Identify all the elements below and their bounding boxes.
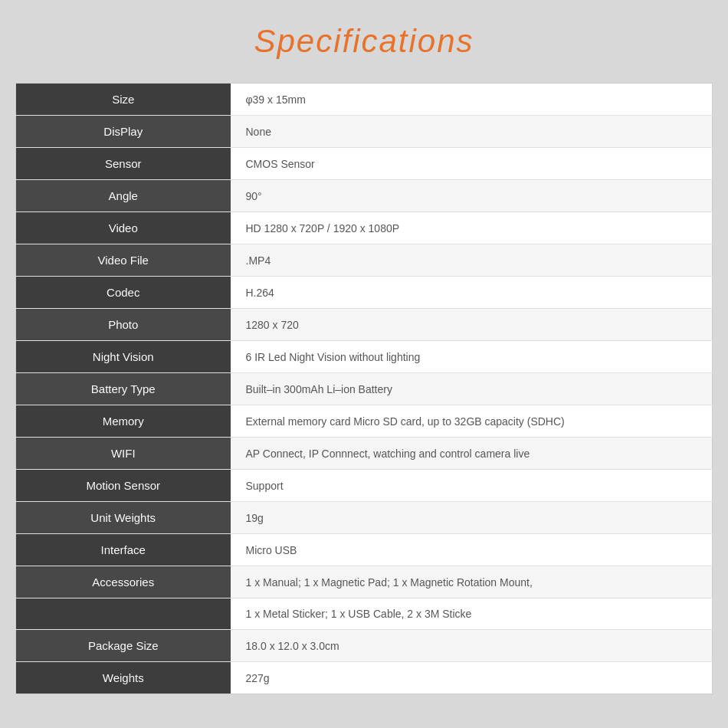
spec-value: H.264 [231, 277, 713, 309]
spec-label: Video File [16, 244, 231, 277]
page-title: Specifications [254, 23, 474, 60]
spec-value: Micro USB [231, 534, 713, 566]
spec-value: Support [231, 470, 713, 502]
spec-label: Memory [16, 405, 231, 438]
spec-label: Night Vision [16, 341, 231, 373]
table-row: Sizeφ39 x 15mm [16, 84, 713, 116]
table-row: SensorCMOS Sensor [16, 148, 713, 180]
spec-label-empty [16, 598, 231, 630]
table-row: Accessories1 x Manual; 1 x Magnetic Pad;… [16, 566, 713, 598]
table-row: DisPlayNone [16, 116, 713, 148]
table-row: Battery TypeBuilt–in 300mAh Li–ion Batte… [16, 373, 713, 405]
table-row: CodecH.264 [16, 277, 713, 309]
table-row: Motion SensorSupport [16, 470, 713, 502]
spec-label: Accessories [16, 566, 231, 598]
spec-value: 1280 x 720 [231, 309, 713, 341]
spec-label: Size [16, 84, 231, 116]
spec-label: Motion Sensor [16, 470, 231, 502]
table-row: WIFIAP Connect, IP Connnect, watching an… [16, 438, 713, 470]
spec-label: DisPlay [16, 116, 231, 148]
table-row: Package Size18.0 x 12.0 x 3.0cm [16, 630, 713, 662]
table-row: Video File.MP4 [16, 244, 713, 277]
spec-value: 1 x Metal Sticker; 1 x USB Cable, 2 x 3M… [231, 598, 713, 630]
spec-label: Package Size [16, 630, 231, 662]
specifications-table: Sizeφ39 x 15mmDisPlayNoneSensorCMOS Sens… [15, 83, 713, 694]
spec-label: Interface [16, 534, 231, 566]
table-row: Weights227g [16, 662, 713, 694]
spec-value: Built–in 300mAh Li–ion Battery [231, 373, 713, 405]
table-row: 1 x Metal Sticker; 1 x USB Cable, 2 x 3M… [16, 598, 713, 630]
spec-value: 6 IR Led Night Vision without lighting [231, 341, 713, 373]
table-row: Angle90° [16, 180, 713, 212]
spec-label: Sensor [16, 148, 231, 180]
spec-value: φ39 x 15mm [231, 84, 713, 116]
table-row: Night Vision6 IR Led Night Vision withou… [16, 341, 713, 373]
spec-value: 18.0 x 12.0 x 3.0cm [231, 630, 713, 662]
spec-label: WIFI [16, 438, 231, 470]
spec-value: AP Connect, IP Connnect, watching and co… [231, 438, 713, 470]
table-row: VideoHD 1280 x 720P / 1920 x 1080P [16, 212, 713, 244]
spec-label: Angle [16, 180, 231, 212]
spec-label: Battery Type [16, 373, 231, 405]
spec-label: Video [16, 212, 231, 244]
spec-value: 90° [231, 180, 713, 212]
spec-value: .MP4 [231, 244, 713, 277]
spec-label: Unit Weights [16, 502, 231, 534]
spec-value: None [231, 116, 713, 148]
spec-value: External memory card Micro SD card, up t… [231, 405, 713, 438]
spec-value: HD 1280 x 720P / 1920 x 1080P [231, 212, 713, 244]
spec-label: Photo [16, 309, 231, 341]
spec-label: Codec [16, 277, 231, 309]
spec-value: CMOS Sensor [231, 148, 713, 180]
spec-label: Weights [16, 662, 231, 694]
table-row: MemoryExternal memory card Micro SD card… [16, 405, 713, 438]
spec-value: 19g [231, 502, 713, 534]
spec-value: 1 x Manual; 1 x Magnetic Pad; 1 x Magnet… [231, 566, 713, 598]
spec-value: 227g [231, 662, 713, 694]
table-row: InterfaceMicro USB [16, 534, 713, 566]
table-row: Unit Weights19g [16, 502, 713, 534]
table-row: Photo1280 x 720 [16, 309, 713, 341]
